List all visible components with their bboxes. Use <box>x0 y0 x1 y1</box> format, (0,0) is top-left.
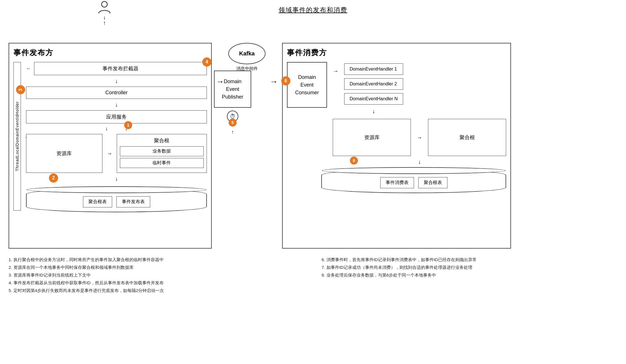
note-8: 8. 业务处理后保存业务数据，与第6步处于同一个本地事务中 <box>322 271 617 279</box>
consumer-repo-box: 资源库 <box>333 119 411 156</box>
publisher-section: ↓ ↑ 事件发布方 ThreadLocalDomainEventIdHolder… <box>9 20 212 249</box>
dec-to-handlers-arrow: → <box>333 62 338 115</box>
note-7: 7. 如事件ID记录成功（事件尚未消费），则找到合适的事件处理器进行业务处理 <box>322 263 617 271</box>
controller-box: Controller <box>26 87 207 99</box>
dep-up-arrow: ↑ <box>231 129 234 135</box>
event-table-box: 事件发布表 <box>116 196 150 207</box>
consumer-box: 事件消费方 6 DomainEventConsumer → DomainEven… <box>282 43 511 249</box>
aggregate-title: 聚合根 <box>120 137 204 144</box>
consumer-db-cylinder: 事件消费表 聚合根表 <box>321 169 506 193</box>
note-4: 4. 事件发布拦截器从当前线程中获取事件ID，然后从事件发布表中加载事件并发布 <box>9 279 304 287</box>
arrow-to-db: ↓ <box>115 176 118 181</box>
consumer-db-wrapper: 事件消费表 聚合根表 <box>287 169 506 193</box>
thread-local-box: ThreadLocalDomainEventIdHolder 3 ← <box>13 62 21 211</box>
dep-box: DomainEventPublisher <box>214 71 251 108</box>
dep-outer: DomainEventPublisher ⏱ 5 ↑ <box>214 71 251 135</box>
consumer-repo-agg-arrow: → <box>417 119 422 156</box>
note-6: 6. 消费事件时，首先将事件ID记录到事件消费表中，如事件ID已经存在则抛出异常 <box>322 256 617 263</box>
appservice-box: 应用服务 <box>26 110 207 123</box>
aggregate-box: 聚合根 业务数据 临时事件 <box>117 134 207 173</box>
repo-to-agg-arrow: → <box>107 134 112 173</box>
db-wrapper: 聚合根表 事件发布表 <box>26 189 207 212</box>
publisher-inner: ThreadLocalDomainEventIdHolder 3 ← ← 事件发… <box>13 62 207 212</box>
kafka-section: Kafka 消息中间件 <box>228 43 266 71</box>
consumer-inner: 6 DomainEventConsumer → DomainEventHandl… <box>287 62 506 115</box>
user-arrows: ↓ ↑ <box>103 14 106 26</box>
dep-text: DomainEventPublisher <box>222 78 243 101</box>
notes-section: 1. 执行聚合根中的业务方法时，同时将所产生的事件加入聚合根的临时事件容器中 2… <box>9 256 617 294</box>
consumer-arrow-to-db: ↓ 8 <box>287 158 506 165</box>
publisher-box: 事件发布方 ThreadLocalDomainEventIdHolder 3 ←… <box>9 43 212 249</box>
db-cylinder: 聚合根表 事件发布表 <box>26 189 207 212</box>
biz-data-box: 业务数据 <box>120 146 204 156</box>
handlers-col: DomainEventHandler 1 DomainEventHandler … <box>344 62 403 115</box>
arrow-interceptor-controller: ↓ <box>26 78 207 84</box>
interceptor-box: 事件发布拦截器 <box>34 62 207 75</box>
badge-4: 4 <box>202 57 211 67</box>
kafka-oval: Kafka <box>228 43 266 64</box>
dec-box: DomainEventConsumer <box>287 62 327 108</box>
repo-box: 资源库 <box>26 134 102 173</box>
thread-local-text: ThreadLocalDomainEventIdHolder <box>15 101 19 171</box>
arrow-to-db-wrapper: ↓ 2 <box>26 175 207 182</box>
note-1: 1. 执行聚合根中的业务方法时，同时将所产生的事件加入聚合根的临时事件容器中 <box>9 256 304 263</box>
arrows-to-repo-agg: ↓ ↓ 1 <box>26 126 207 132</box>
handlerN-box: DomainEventHandler N <box>344 93 403 105</box>
left-arrow-interceptor: ← <box>26 66 31 72</box>
dec-wrapper: 6 DomainEventConsumer <box>287 62 327 115</box>
badge-5: 5 <box>229 119 237 127</box>
badge-2: 2 <box>49 173 58 183</box>
badge-8: 8 <box>350 157 358 165</box>
consumer-db-arrow: ↓ <box>418 159 421 165</box>
timer-wrapper: ⏱ 5 <box>227 111 238 122</box>
handler2-box: DomainEventHandler 2 <box>344 78 403 90</box>
arrow-down-handler: ↓ <box>344 108 403 115</box>
appservice-row: 应用服务 <box>26 110 207 123</box>
notes-right: 6. 消费事件时，首先将事件ID记录到事件消费表中，如事件ID已经存在则抛出异常… <box>322 256 617 294</box>
consumer-repo-agg: 资源库 → 聚合根 <box>287 119 506 156</box>
note-5: 5. 定时对因第4步执行失败而尚未发布是事件进行兜底发布，如每隔2分钟启动一次 <box>9 287 304 294</box>
note-3: 3. 资源库将事件ID记录到当前线程上下文中 <box>9 271 304 279</box>
consumer-outer: 事件消费方 6 DomainEventConsumer → DomainEven… <box>282 20 511 249</box>
interceptor-row: ← 事件发布拦截器 4 <box>26 62 207 75</box>
badge-1: 1 <box>124 121 132 129</box>
badge-6: 6 <box>281 76 290 85</box>
arrow-controller-appservice: ↓ <box>26 102 207 107</box>
temp-event-box: 临时事件 <box>120 158 204 168</box>
consumer-event-table-box: 事件消费表 <box>380 177 414 188</box>
handler1-box: DomainEventHandler 1 <box>344 63 403 75</box>
publisher-content: ← 事件发布拦截器 4 ↓ Controller ↓ 应用服务 <box>23 62 207 212</box>
user-icon <box>97 0 112 14</box>
user-icon-wrapper: ↓ ↑ <box>97 0 112 26</box>
publisher-label: 事件发布方 <box>13 48 207 58</box>
consumer-agg-table-box: 聚合根表 <box>418 177 447 188</box>
diagram-wrapper: ↓ ↑ 事件发布方 ThreadLocalDomainEventIdHolder… <box>9 20 617 249</box>
consumer-label: 事件消费方 <box>287 48 506 58</box>
notes-left: 1. 执行聚合根中的业务方法时，同时将所产生的事件加入聚合根的临时事件容器中 2… <box>9 256 304 294</box>
svg-point-0 <box>102 1 107 7</box>
kafka-to-consumer-arrow: → <box>266 77 282 86</box>
agg-table-box: 聚合根表 <box>83 196 112 207</box>
consumer-agg-box: 聚合根 <box>428 119 506 156</box>
note-2: 2. 资源库在同一个本地事务中同时保存聚合根和领域事件到数据库 <box>9 263 304 271</box>
repo-agg-row: 资源库 → 聚合根 业务数据 临时事件 <box>26 134 207 173</box>
